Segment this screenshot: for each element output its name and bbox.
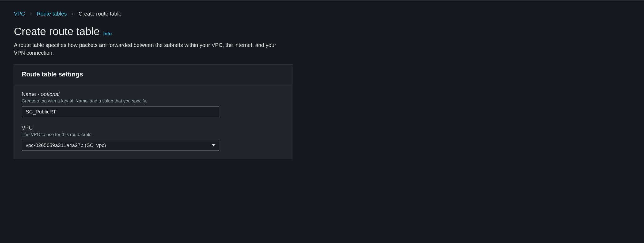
name-label-row: Name - optional [22, 91, 285, 97]
breadcrumb-current: Create route table [78, 11, 121, 17]
vpc-select-value: vpc-0265659a311a4a27b (SC_vpc) [26, 142, 106, 148]
vpc-form-group: VPC The VPC to use for this route table.… [22, 125, 285, 151]
chevron-right-icon [29, 12, 33, 16]
breadcrumb-link-vpc[interactable]: VPC [14, 11, 25, 17]
vpc-select[interactable]: vpc-0265659a311a4a27b (SC_vpc) [22, 140, 219, 151]
name-label-suffix: - optional [36, 91, 59, 97]
info-link[interactable]: Info [103, 31, 112, 36]
name-input[interactable] [22, 106, 219, 117]
breadcrumb-link-route-tables[interactable]: Route tables [37, 11, 67, 17]
name-hint: Create a tag with a key of 'Name' and a … [22, 98, 285, 104]
page-description: A route table specifies how packets are … [14, 41, 284, 57]
name-label: Name [22, 91, 36, 97]
panel-body: Name - optional Create a tag with a key … [14, 84, 293, 159]
page-header: Create route table Info [14, 25, 630, 38]
breadcrumb: VPC Route tables Create route table [14, 11, 630, 17]
vpc-hint: The VPC to use for this route table. [22, 132, 285, 137]
panel-title: Route table settings [22, 71, 285, 78]
vpc-select-wrapper: vpc-0265659a311a4a27b (SC_vpc) [22, 140, 219, 151]
panel-header: Route table settings [14, 65, 293, 84]
page-title: Create route table [14, 25, 100, 38]
content-wrapper: VPC Route tables Create route table Crea… [0, 1, 644, 177]
name-form-group: Name - optional Create a tag with a key … [22, 91, 285, 117]
vpc-label: VPC [22, 125, 33, 131]
chevron-right-icon [71, 12, 74, 16]
route-table-settings-panel: Route table settings Name - optional Cre… [14, 64, 293, 159]
